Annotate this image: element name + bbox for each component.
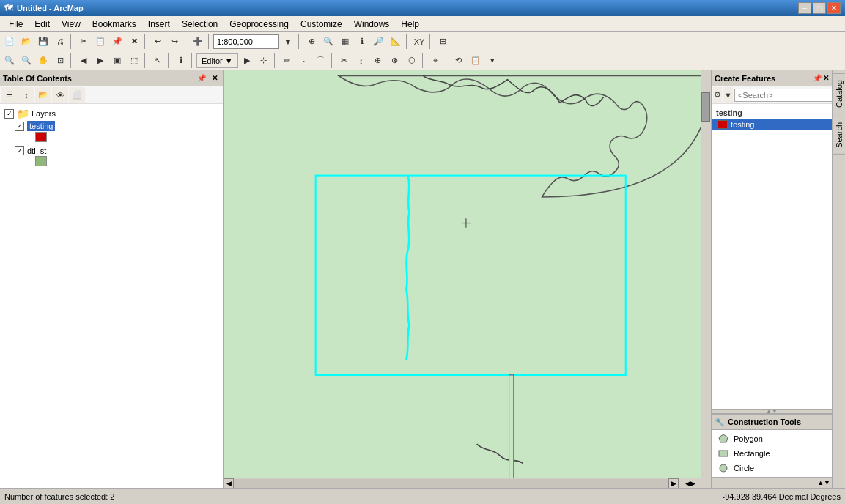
identify-button[interactable]: ℹ	[354, 34, 370, 50]
sketch-tool[interactable]: ✏	[279, 53, 295, 69]
menu-view[interactable]: View	[56, 18, 86, 31]
zoom-in-button[interactable]: 🔍	[1, 53, 18, 69]
feature-search-input[interactable]	[734, 89, 843, 102]
menu-help[interactable]: Help	[395, 18, 425, 31]
menu-file[interactable]: File	[3, 18, 29, 31]
menu-insert[interactable]: Insert	[142, 18, 176, 31]
scroll-thumb-v[interactable]	[701, 92, 710, 122]
toc-list-view[interactable]: ☰	[1, 87, 18, 103]
map-scrollbar-v[interactable]	[701, 70, 711, 488]
menu-windows[interactable]: Windows	[348, 18, 396, 31]
toc-drawing-order[interactable]: ↕	[18, 87, 34, 103]
pan-button[interactable]: ✋	[35, 53, 51, 69]
editor-dropdown[interactable]: Editor ▼	[196, 53, 238, 68]
zoom-out-button[interactable]: 🔍	[18, 53, 34, 69]
right-panel-pin[interactable]: 📌	[813, 74, 822, 82]
create-features-options[interactable]: ▼	[723, 87, 733, 103]
layer-group-item[interactable]: 📁 Layers	[3, 107, 220, 120]
close-button[interactable]: ✕	[827, 2, 841, 14]
scroll-left-button[interactable]: ◀	[224, 478, 234, 489]
edit-tool[interactable]: ▶	[239, 53, 255, 69]
scale-dropdown[interactable]: ▼	[280, 34, 296, 50]
scroll-control-1[interactable]: ◀	[685, 480, 690, 487]
layer-testing[interactable]: testing	[3, 120, 220, 132]
search-tab[interactable]: Search	[833, 116, 846, 155]
copy-button[interactable]: 📋	[92, 34, 108, 50]
layer-testing-checkbox[interactable]	[15, 122, 24, 131]
add-layer-button[interactable]: ⊞	[435, 34, 451, 50]
menu-selection[interactable]: Selection	[176, 18, 224, 31]
toc-selection-view[interactable]: ⬜	[69, 87, 85, 103]
scroll-track-h[interactable]	[234, 479, 668, 488]
maximize-button[interactable]: □	[813, 2, 826, 14]
create-features-settings[interactable]: ⚙	[713, 87, 722, 103]
toc-pin-button[interactable]: 📌	[195, 73, 208, 83]
zoom-full-button[interactable]: ⊕	[303, 34, 320, 50]
scroll-control-2[interactable]: ▶	[690, 480, 695, 487]
transform-btn[interactable]: ⟲	[451, 53, 467, 69]
scroll-right-button[interactable]: ▶	[668, 478, 679, 489]
menu-customize[interactable]: Customize	[295, 18, 348, 31]
trim-button[interactable]: ✂	[336, 53, 353, 69]
paste-button[interactable]: 📌	[109, 34, 125, 50]
toc-visibility[interactable]: 👁	[52, 87, 68, 103]
map-scrollbar-h[interactable]: ◀ ▶ ◀ ▶	[224, 478, 701, 488]
layer-dtl-checkbox[interactable]	[15, 146, 24, 155]
menu-bookmarks[interactable]: Bookmarks	[86, 18, 142, 31]
layer-testing-label[interactable]: testing	[27, 121, 55, 131]
layer-dtl-symbol-row	[3, 156, 220, 169]
magnifier-button[interactable]: 🔍	[320, 34, 336, 50]
print-button[interactable]: 🖨	[52, 34, 68, 50]
extend-button[interactable]: ↕	[353, 53, 369, 69]
right-panel-scroll-up[interactable]: ▲	[817, 479, 824, 486]
measure-button[interactable]: 📐	[388, 34, 404, 50]
info-button[interactable]: ℹ	[173, 53, 189, 69]
scale-input[interactable]	[213, 34, 279, 49]
construction-rectangle[interactable]: Rectangle	[712, 446, 832, 461]
save-button[interactable]: 💾	[35, 34, 51, 50]
full-extent-button[interactable]: ⊡	[52, 53, 68, 69]
merge-button[interactable]: ⊕	[370, 53, 386, 69]
arrow-select-button[interactable]: ↖	[150, 53, 166, 69]
new-button[interactable]: 📄	[1, 34, 18, 50]
back-button[interactable]: ◀	[75, 53, 92, 69]
layer-group-layers: 📁 Layers testing dtl_st	[3, 107, 220, 169]
select-button[interactable]: ▣	[109, 53, 125, 69]
feature-item-testing[interactable]: testing	[712, 119, 832, 130]
curve-tool[interactable]: ⌒	[313, 53, 329, 69]
menu-geoprocessing[interactable]: Geoprocessing	[224, 18, 295, 31]
catalog-tab[interactable]: Catalog	[833, 73, 846, 114]
find-button[interactable]: 🔎	[371, 34, 387, 50]
menu-edit[interactable]: Edit	[29, 18, 56, 31]
toc-close-button[interactable]: ✕	[210, 73, 220, 83]
layer-group-checkbox[interactable]	[4, 109, 14, 119]
toc-source-view[interactable]: 📂	[35, 87, 51, 103]
layers-button[interactable]: ▦	[337, 34, 353, 50]
create-features-header: Create Features 📌 ✕	[712, 70, 832, 86]
attr-btn[interactable]: 📋	[468, 53, 484, 69]
undo-button[interactable]: ↩	[150, 34, 166, 50]
construction-polygon[interactable]: Polygon	[712, 431, 832, 446]
circle-label: Circle	[734, 464, 754, 472]
delete-button[interactable]: ✖	[126, 34, 142, 50]
construction-circle[interactable]: Circle	[712, 461, 832, 475]
layer-dtl-st[interactable]: dtl_st	[3, 145, 220, 156]
redo-button[interactable]: ↪	[166, 34, 182, 50]
open-button[interactable]: 📂	[18, 34, 34, 50]
right-panel-close[interactable]: ✕	[823, 74, 829, 82]
point-tool[interactable]: ·	[296, 53, 312, 69]
dataframe-button[interactable]: ⬚	[126, 53, 142, 69]
add-data-button[interactable]: ➕	[190, 34, 206, 50]
cut-button[interactable]: ✂	[75, 34, 92, 50]
forward-button[interactable]: ▶	[92, 53, 108, 69]
right-panel-scroll-down[interactable]: ▼	[824, 479, 830, 486]
map-canvas[interactable]: ◀ ▶ ◀ ▶	[224, 70, 711, 488]
topology-btn[interactable]: ⬡	[404, 53, 420, 69]
spatial-adj[interactable]: ⌖	[427, 53, 443, 69]
split-button[interactable]: ⊗	[387, 53, 403, 69]
right-panel-header-controls: 📌 ✕	[813, 74, 829, 82]
edit-vertices[interactable]: ⊹	[256, 53, 272, 69]
goto-xy-button[interactable]: XY	[411, 34, 427, 50]
minimize-button[interactable]: ─	[798, 2, 811, 14]
more-tools[interactable]: ▾	[484, 53, 501, 69]
